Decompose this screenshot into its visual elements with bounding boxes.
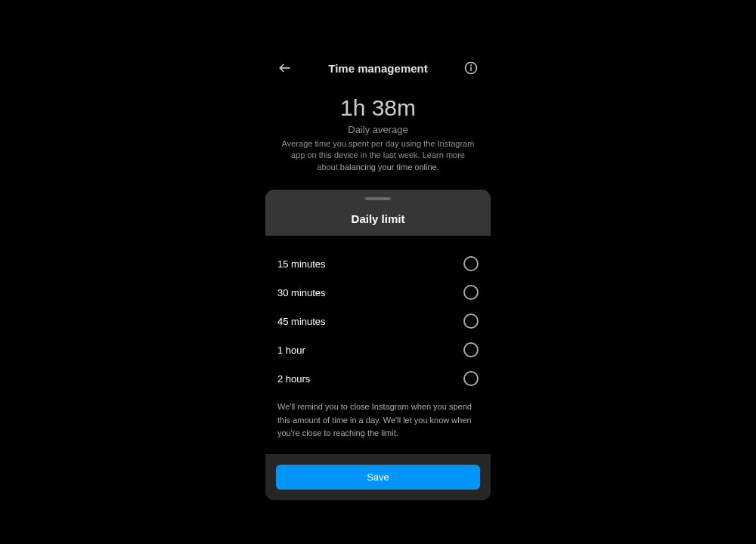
- svg-point-3: [471, 65, 472, 66]
- sheet-header: Daily limit: [265, 190, 491, 236]
- option-2-hours[interactable]: 2 hours: [277, 364, 479, 393]
- option-1-hour[interactable]: 1 hour: [277, 335, 479, 364]
- option-label: 15 minutes: [277, 258, 326, 270]
- option-30-minutes[interactable]: 30 minutes: [277, 278, 479, 307]
- limit-note: We'll remind you to close Instagram when…: [265, 396, 491, 454]
- info-icon[interactable]: [463, 60, 479, 76]
- daily-average-label: Daily average: [280, 124, 476, 135]
- radio-icon: [463, 314, 479, 329]
- sheet-title: Daily limit: [265, 212, 491, 225]
- option-label: 45 minutes: [277, 316, 326, 327]
- radio-icon: [463, 256, 479, 271]
- daily-average-value: 1h 38m: [280, 95, 476, 121]
- option-label: 1 hour: [277, 345, 305, 356]
- option-label: 30 minutes: [277, 287, 326, 298]
- daily-limit-sheet: Daily limit 15 minutes 30 minutes 45 min…: [265, 190, 491, 500]
- save-button[interactable]: Save: [276, 465, 480, 490]
- option-15-minutes[interactable]: 15 minutes: [277, 249, 479, 278]
- screen-header: Time management: [265, 54, 491, 82]
- option-label: 2 hours: [277, 373, 310, 385]
- balancing-time-link[interactable]: balancing your time online.: [340, 162, 439, 172]
- page-title: Time management: [328, 62, 427, 75]
- usage-stats: 1h 38m Daily average Average time you sp…: [265, 95, 491, 185]
- option-45-minutes[interactable]: 45 minutes: [277, 307, 479, 335]
- radio-icon: [463, 371, 479, 386]
- daily-average-description: Average time you spent per day using the…: [280, 138, 476, 173]
- radio-icon: [463, 342, 479, 357]
- sheet-footer: Save: [265, 454, 491, 500]
- back-icon[interactable]: [277, 60, 293, 76]
- time-management-screen: Time management 1h 38m Daily average Ave…: [265, 54, 491, 500]
- limit-options: 15 minutes 30 minutes 45 minutes 1 hour …: [265, 236, 491, 396]
- drag-handle[interactable]: [365, 197, 391, 200]
- radio-icon: [463, 285, 479, 300]
